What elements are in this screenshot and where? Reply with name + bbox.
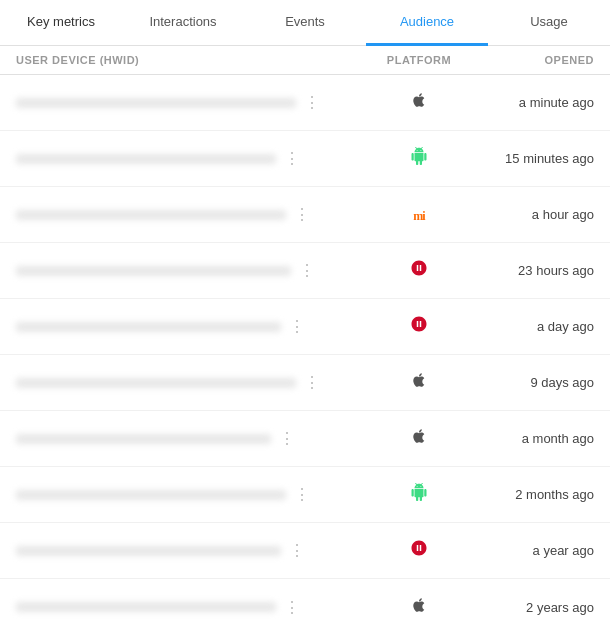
opened-time: 23 hours ago	[464, 263, 594, 278]
table-row[interactable]: ⋮ a day ago	[0, 299, 610, 355]
more-icon: ⋮	[294, 485, 310, 504]
platform-icon-apple	[374, 596, 464, 619]
device-blur-bar	[16, 378, 296, 388]
device-id-0: ⋮	[16, 93, 374, 112]
device-id-2: ⋮	[16, 205, 374, 224]
platform-icon-mi: mi	[374, 204, 464, 225]
device-blur-bar	[16, 98, 296, 108]
tab-audience[interactable]: Audience	[366, 0, 488, 46]
table-row[interactable]: ⋮ 2 years ago	[0, 579, 610, 624]
opened-time: a year ago	[464, 543, 594, 558]
opened-time: 15 minutes ago	[464, 151, 594, 166]
opened-time: 9 days ago	[464, 375, 594, 390]
platform-icon-huawei	[374, 315, 464, 338]
opened-time: 2 months ago	[464, 487, 594, 502]
more-icon: ⋮	[294, 205, 310, 224]
device-id-8: ⋮	[16, 541, 374, 560]
opened-time: 2 years ago	[464, 600, 594, 615]
table-row[interactable]: ⋮ a year ago	[0, 523, 610, 579]
device-blur-bar	[16, 490, 286, 500]
device-id-9: ⋮	[16, 598, 374, 617]
platform-icon-apple	[374, 91, 464, 114]
device-blur-bar	[16, 434, 271, 444]
platform-icon-apple	[374, 427, 464, 450]
opened-time: a day ago	[464, 319, 594, 334]
table-row[interactable]: ⋮ 9 days ago	[0, 355, 610, 411]
device-blur-bar	[16, 266, 291, 276]
device-blur-bar	[16, 210, 286, 220]
device-id-1: ⋮	[16, 149, 374, 168]
more-icon: ⋮	[284, 598, 300, 617]
table-row[interactable]: ⋮ 2 months ago	[0, 467, 610, 523]
header-opened: OPENED	[464, 54, 594, 66]
device-blur-bar	[16, 602, 276, 612]
device-id-5: ⋮	[16, 373, 374, 392]
device-id-7: ⋮	[16, 485, 374, 504]
more-icon: ⋮	[304, 93, 320, 112]
device-id-4: ⋮	[16, 317, 374, 336]
more-icon: ⋮	[279, 429, 295, 448]
more-icon: ⋮	[289, 541, 305, 560]
tabs-container: Key metrics Interactions Events Audience…	[0, 0, 610, 46]
platform-icon-huawei	[374, 539, 464, 562]
opened-time: a month ago	[464, 431, 594, 446]
header-device: USER DEVICE (HWID)	[16, 54, 374, 66]
device-blur-bar	[16, 154, 276, 164]
opened-time: a hour ago	[464, 207, 594, 222]
table-body: ⋮ a minute ago ⋮ 15 minutes ago ⋮ mi a h…	[0, 75, 610, 624]
table-row[interactable]: ⋮ mi a hour ago	[0, 187, 610, 243]
header-platform: PLATFORM	[374, 54, 464, 66]
tab-key-metrics[interactable]: Key metrics	[0, 0, 122, 46]
device-blur-bar	[16, 322, 281, 332]
tab-interactions[interactable]: Interactions	[122, 0, 244, 46]
more-icon: ⋮	[304, 373, 320, 392]
table-row[interactable]: ⋮ 15 minutes ago	[0, 131, 610, 187]
platform-icon-android	[374, 483, 464, 506]
more-icon: ⋮	[284, 149, 300, 168]
table-row[interactable]: ⋮ 23 hours ago	[0, 243, 610, 299]
tab-usage[interactable]: Usage	[488, 0, 610, 46]
table-row[interactable]: ⋮ a minute ago	[0, 75, 610, 131]
more-icon: ⋮	[289, 317, 305, 336]
table-row[interactable]: ⋮ a month ago	[0, 411, 610, 467]
tab-events[interactable]: Events	[244, 0, 366, 46]
opened-time: a minute ago	[464, 95, 594, 110]
more-icon: ⋮	[299, 261, 315, 280]
device-id-3: ⋮	[16, 261, 374, 280]
table-header: USER DEVICE (HWID) PLATFORM OPENED	[0, 46, 610, 75]
platform-icon-huawei	[374, 259, 464, 282]
device-blur-bar	[16, 546, 281, 556]
platform-icon-apple	[374, 371, 464, 394]
platform-icon-android	[374, 147, 464, 170]
device-id-6: ⋮	[16, 429, 374, 448]
